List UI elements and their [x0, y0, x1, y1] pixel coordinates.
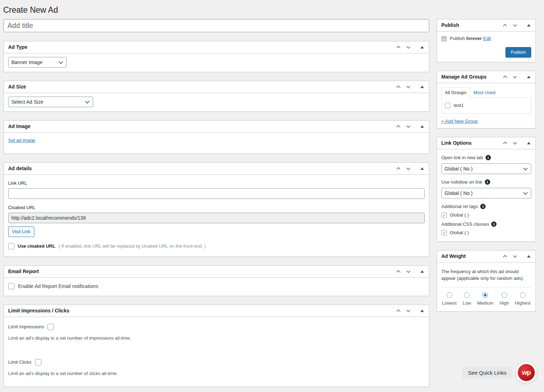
panel-actions	[396, 166, 425, 171]
ad-type-select[interactable]: Banner Image	[8, 57, 67, 68]
radio-option-medium[interactable]: Medium	[477, 292, 493, 306]
move-up-icon[interactable]	[396, 45, 401, 50]
edit-schedule-link[interactable]: Edit	[483, 36, 491, 41]
calendar-icon	[441, 36, 447, 41]
panel-actions	[396, 45, 425, 50]
move-up-icon[interactable]	[396, 308, 401, 313]
set-ad-image-link[interactable]: Set ad image	[8, 138, 35, 143]
panel-title: Link Options	[441, 140, 472, 145]
link-option-field: Use nofollow on link Global ( No )	[441, 179, 531, 198]
collapse-icon[interactable]	[523, 254, 531, 258]
move-down-icon[interactable]	[406, 308, 410, 313]
tab-most-used[interactable]: Most Used	[470, 88, 499, 97]
move-down-icon[interactable]	[406, 124, 410, 129]
info-icon[interactable]	[480, 204, 486, 209]
radio-icon[interactable]	[482, 292, 488, 298]
collapse-icon[interactable]	[416, 85, 425, 89]
add-new-group-link[interactable]: + Add New Group	[441, 119, 478, 124]
move-up-icon[interactable]	[503, 140, 507, 146]
move-down-icon[interactable]	[406, 45, 410, 50]
radio-label: Low	[463, 300, 471, 306]
move-down-icon[interactable]	[513, 23, 517, 28]
group-checkbox[interactable]	[445, 103, 450, 108]
see-quick-links-button[interactable]: See Quick Links	[462, 367, 512, 379]
use-cloaked-row: Use cloaked URL ( If enabled, link URL w…	[8, 243, 425, 249]
move-down-icon[interactable]	[513, 254, 517, 259]
collapse-icon[interactable]	[416, 125, 425, 128]
panel-title: Ad Image	[8, 124, 30, 129]
info-icon[interactable]	[485, 179, 490, 185]
panel-ad-details: Ad details Link URL Cloaked URL Visit Li…	[4, 162, 429, 257]
radio-icon[interactable]	[464, 292, 470, 298]
link-url-input[interactable]	[8, 188, 425, 199]
rel-tags-label: Additional rel tags	[441, 204, 478, 209]
info-icon[interactable]	[486, 155, 491, 160]
move-down-icon[interactable]	[406, 166, 410, 171]
panel-title: Ad Type	[8, 45, 27, 50]
collapse-icon[interactable]	[416, 45, 425, 49]
visit-link-button[interactable]: Visit Link	[8, 226, 34, 237]
limit-clicks-checkbox[interactable]	[35, 359, 41, 365]
radio-icon[interactable]	[447, 292, 452, 298]
radio-icon[interactable]	[520, 292, 526, 298]
nofollow-select[interactable]: Global ( No )	[441, 188, 531, 198]
move-up-icon[interactable]	[503, 254, 507, 259]
panel-email-report: Email Report Enable Ad Report Email noti…	[4, 265, 429, 296]
collapse-icon[interactable]	[523, 141, 531, 145]
move-down-icon[interactable]	[406, 84, 410, 90]
main-column: Ad Type Banner Image Ad Size	[4, 19, 429, 392]
limit-impressions-checkbox[interactable]	[47, 324, 54, 330]
open-new-tab-select[interactable]: Global ( No )	[441, 163, 531, 174]
use-cloaked-checkbox[interactable]	[8, 243, 15, 249]
ad-title-input[interactable]	[4, 19, 429, 32]
collapse-icon[interactable]	[416, 270, 425, 273]
css-classes-checkbox[interactable]	[441, 230, 447, 236]
ad-size-select[interactable]: Select Ad Size	[8, 97, 93, 107]
panel-ad-image: Ad Image Set ad image	[4, 120, 429, 154]
move-up-icon[interactable]	[396, 124, 401, 129]
page-title: Create New Ad	[3, 5, 536, 16]
tab-all-groups[interactable]: All Groups	[441, 87, 470, 98]
limit-impressions-row: Limit Impressions	[8, 324, 425, 330]
move-down-icon[interactable]	[513, 140, 517, 146]
move-up-icon[interactable]	[396, 269, 401, 274]
panel-actions	[503, 254, 531, 259]
radio-option-highest[interactable]: Highest	[515, 292, 531, 306]
move-down-icon[interactable]	[513, 74, 517, 80]
collapse-icon[interactable]	[416, 167, 425, 171]
panel-title: Ad Weight	[441, 254, 466, 259]
radio-option-high[interactable]: High	[499, 292, 509, 306]
panel-title: Manage Ad Groups	[441, 74, 487, 79]
panel-actions	[396, 308, 425, 313]
rel-tags-checkbox[interactable]	[441, 212, 447, 218]
move-up-icon[interactable]	[396, 166, 401, 171]
panel-actions	[503, 74, 531, 80]
radio-option-low[interactable]: Low	[463, 292, 471, 306]
publish-schedule-text: Publish forever Edit	[450, 36, 491, 41]
panel-title: Ad details	[8, 166, 32, 171]
collapse-icon[interactable]	[523, 23, 531, 27]
panel-ad-groups-header: Manage Ad Groups	[437, 71, 536, 83]
radio-option-lowest[interactable]: Lowest	[442, 292, 457, 306]
panel-publish: Publish	[437, 19, 536, 62]
css-classes-label: Additional CSS classes	[441, 221, 489, 227]
collapse-icon[interactable]	[523, 75, 531, 79]
group-item: test1	[445, 103, 528, 108]
panel-ad-size: Ad Size Select Ad Size	[4, 81, 429, 112]
group-checklist: test1	[441, 97, 531, 114]
email-report-checkbox[interactable]	[8, 283, 15, 289]
limit-clicks-desc: Limit an ad's display to a set number of…	[8, 371, 425, 376]
move-down-icon[interactable]	[406, 269, 410, 274]
link-url-label: Link URL	[8, 180, 425, 186]
panel-publish-header: Publish	[437, 19, 536, 31]
collapse-icon[interactable]	[416, 309, 425, 313]
publish-button[interactable]: Publish	[505, 47, 531, 58]
move-up-icon[interactable]	[503, 74, 507, 80]
ad-weight-description: The frequency at which this ad should ap…	[441, 268, 531, 282]
radio-label: Medium	[477, 300, 493, 306]
wp-quads-logo[interactable]: wp	[515, 362, 537, 384]
radio-icon[interactable]	[502, 292, 507, 298]
move-up-icon[interactable]	[396, 84, 401, 90]
move-up-icon[interactable]	[503, 23, 507, 28]
info-icon[interactable]	[491, 221, 497, 227]
